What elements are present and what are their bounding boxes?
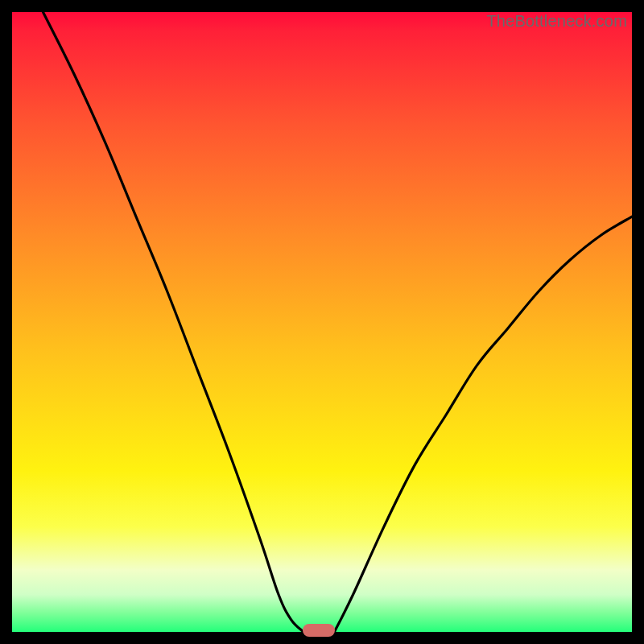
curve-path: [43, 12, 633, 632]
bottleneck-curve: [12, 12, 632, 632]
chart-frame: TheBottleneck.com: [0, 0, 644, 644]
optimum-marker: [303, 624, 335, 637]
plot-area: TheBottleneck.com: [12, 12, 632, 632]
